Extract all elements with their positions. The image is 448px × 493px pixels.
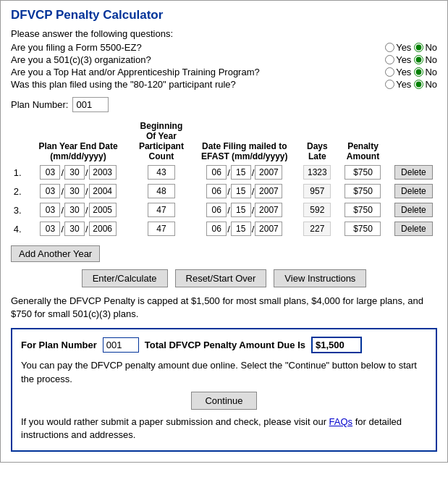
table-row: 1. / / / /: [11, 163, 437, 182]
mail-year-input[interactable]: [255, 165, 282, 180]
days-cell: [298, 163, 336, 182]
result-description: You can pay the DFVCP penalty amount due…: [21, 359, 427, 385]
participants-input[interactable]: [148, 203, 175, 217]
mail-year-input[interactable]: [255, 184, 282, 198]
amount-cell: [336, 201, 390, 219]
result-plan-number-input[interactable]: [103, 337, 139, 353]
question-2-radios: Yes No: [385, 54, 437, 65]
participants-input[interactable]: [148, 165, 175, 180]
enter-calculate-button[interactable]: Enter/Calculate: [82, 269, 168, 287]
plan-year-cell: / /: [24, 182, 132, 201]
plan-number-section: Plan Number:: [11, 97, 437, 112]
mail-month-input[interactable]: [206, 203, 227, 217]
mail-date-cell: / /: [190, 182, 298, 201]
days-cell: [298, 201, 336, 219]
add-year-button[interactable]: Add Another Year: [11, 245, 100, 262]
plan-year-cell: / /: [24, 163, 132, 182]
participants-cell: [132, 163, 190, 182]
mail-month-input[interactable]: [206, 222, 227, 236]
mail-month-input[interactable]: [206, 165, 227, 180]
q1-yes-radio[interactable]: [385, 43, 394, 52]
view-instructions-button[interactable]: View Instructions: [274, 269, 366, 287]
mail-year-input[interactable]: [255, 203, 282, 217]
penalty-amount-input[interactable]: [345, 184, 381, 198]
days-cell: [298, 182, 336, 201]
amount-cell: [336, 219, 390, 238]
reset-button[interactable]: Reset/Start Over: [175, 269, 267, 287]
penalty-amount-input[interactable]: [345, 203, 381, 217]
total-penalty-amount[interactable]: [311, 337, 362, 353]
mail-date-cell: / /: [190, 219, 298, 238]
question-4-radios: Yes No: [385, 79, 437, 90]
days-late-input: [303, 203, 331, 217]
q4-no-radio[interactable]: [414, 80, 423, 89]
continue-button[interactable]: Continue: [191, 392, 256, 410]
q3-yes-radio[interactable]: [385, 67, 394, 77]
q3-no-radio[interactable]: [414, 67, 423, 77]
data-table: Plan Year End Date (mm/dd/yyyy) Beginnin…: [11, 119, 437, 238]
faqs-link[interactable]: FAQs: [329, 416, 353, 427]
delete-button[interactable]: Delete: [394, 184, 433, 198]
mail-day-input[interactable]: [231, 184, 251, 198]
pyear-day-input[interactable]: [64, 165, 85, 180]
question-1-radios: Yes No: [385, 42, 437, 53]
add-year-row: Add Another Year: [11, 243, 437, 266]
questions-section: Please answer the following questions: A…: [11, 28, 437, 90]
question-text-1: Are you filing a Form 5500-EZ?: [11, 42, 385, 53]
delete-button[interactable]: Delete: [394, 222, 433, 236]
intro-text: Please answer the following questions:: [11, 28, 437, 39]
question-3-radios: Yes No: [385, 67, 437, 77]
days-cell: [298, 219, 336, 238]
mail-day-input[interactable]: [231, 222, 251, 236]
pyear-month-input[interactable]: [40, 184, 60, 198]
pyear-day-input[interactable]: [64, 184, 85, 198]
mail-day-input[interactable]: [231, 203, 251, 217]
question-row-3: Are you a Top Hat and/or Apprenticeship …: [11, 67, 437, 77]
pyear-year-input[interactable]: [89, 222, 117, 236]
col-days-header: Days Late: [298, 119, 336, 163]
col-num-header: [11, 119, 24, 163]
days-late-input: [303, 222, 331, 236]
question-row-4: Was this plan filed using the "80-120" p…: [11, 79, 437, 90]
pyear-year-input[interactable]: [89, 203, 117, 217]
footer-before-text: If you would rather submit a paper submi…: [21, 416, 329, 427]
pyear-month-input[interactable]: [40, 165, 60, 180]
delete-cell: Delete: [390, 163, 437, 182]
amount-cell: [336, 182, 390, 201]
mail-day-input[interactable]: [231, 165, 251, 180]
delete-button[interactable]: Delete: [394, 165, 433, 180]
participants-input[interactable]: [148, 184, 175, 198]
mail-date-cell: / /: [190, 201, 298, 219]
q1-no-radio[interactable]: [414, 43, 423, 52]
plan-year-cell: / /: [24, 219, 132, 238]
q2-no-radio[interactable]: [414, 55, 423, 64]
mail-date-cell: / /: [190, 163, 298, 182]
question-text-3: Are you a Top Hat and/or Apprenticeship …: [11, 67, 385, 77]
total-penalty-label: Total DFVCP Penalty Amount Due Is: [145, 340, 305, 350]
mail-month-input[interactable]: [206, 184, 227, 198]
col-mailed-date-header: Date Filing mailed to EFAST (mm/dd/yyyy): [190, 119, 298, 163]
q4-yes-radio[interactable]: [385, 80, 394, 89]
pyear-month-input[interactable]: [40, 203, 60, 217]
participants-cell: [132, 219, 190, 238]
plan-number-input[interactable]: [72, 97, 109, 112]
pyear-day-input[interactable]: [64, 222, 85, 236]
delete-cell: Delete: [390, 182, 437, 201]
result-footer: If you would rather submit a paper submi…: [21, 416, 427, 442]
pyear-year-input[interactable]: [89, 184, 117, 198]
penalty-amount-input[interactable]: [345, 222, 381, 236]
row-number: 4.: [11, 219, 24, 238]
penalty-amount-input[interactable]: [345, 165, 381, 180]
participants-cell: [132, 182, 190, 201]
info-text: Generally the DFVCP Penalty is capped at…: [11, 295, 437, 321]
pyear-month-input[interactable]: [40, 222, 60, 236]
participants-cell: [132, 201, 190, 219]
question-text-4: Was this plan filed using the "80-120" p…: [11, 79, 385, 90]
pyear-year-input[interactable]: [89, 165, 117, 180]
pyear-day-input[interactable]: [64, 203, 85, 217]
delete-button[interactable]: Delete: [394, 203, 433, 217]
q2-yes-radio[interactable]: [385, 55, 394, 64]
participants-input[interactable]: [148, 222, 175, 236]
result-box: For Plan Number Total DFVCP Penalty Amou…: [11, 328, 437, 452]
mail-year-input[interactable]: [255, 222, 282, 236]
